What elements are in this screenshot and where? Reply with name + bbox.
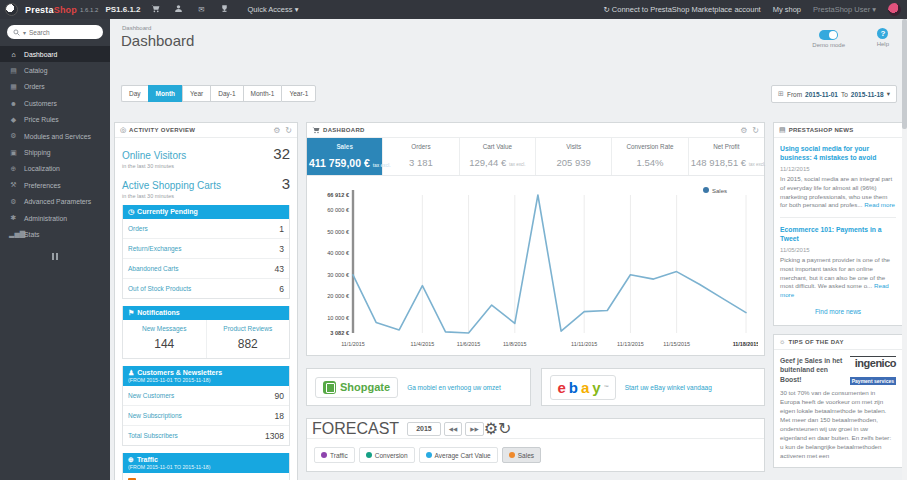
refresh-icon[interactable]: ↻ <box>752 126 759 135</box>
partner-banners: Shopgate Ga mobiel en verhoog uw omzet e… <box>306 368 765 406</box>
next-year-button[interactable]: ▶▶ <box>465 422 483 436</box>
user-avatar[interactable] <box>888 3 901 16</box>
find-more-news-link[interactable]: Find more news <box>780 300 896 321</box>
news-article: Using social media for your business: 4 … <box>780 144 896 210</box>
pending-abandoned-carts-link[interactable]: Abandoned Carts <box>128 265 179 272</box>
trophy-icon[interactable] <box>217 4 233 15</box>
total-subscribers-link[interactable]: Total Subscribers <box>128 432 178 439</box>
demo-mode-toggle[interactable] <box>819 30 838 40</box>
range-day-1-button[interactable]: Day-1 <box>210 85 242 102</box>
tips-of-the-day-panel: ☼ TIPS OF THE DAY ingenico Payment servi… <box>773 334 903 468</box>
svg-text:Sales: Sales <box>712 188 727 194</box>
ebay-banner[interactable]: ebay™ Start uw eBay winkel vandaag <box>541 368 766 406</box>
tab-conversion-rate[interactable]: Conversion Rate1.54% <box>612 138 688 175</box>
range-month-1-button[interactable]: Month-1 <box>243 85 282 102</box>
article-title-link[interactable]: Using social media for your business: 4 … <box>780 144 896 162</box>
forecast-panel-title: FORECAST <box>312 420 399 438</box>
date-range-picker[interactable]: ⊞ From2015-11-01 To2015-11-18 ▾ <box>771 85 897 103</box>
gear-icon[interactable]: ⚙ <box>740 126 747 135</box>
sidebar-item-preferences[interactable]: ⚒Preferences <box>0 177 110 193</box>
sidebar-item-customers[interactable]: ☻Customers <box>0 95 110 111</box>
help-icon[interactable]: ? <box>877 28 888 39</box>
notifications-title: Notifications <box>137 309 179 316</box>
refresh-icon[interactable]: ↻ <box>285 126 292 135</box>
new-subscriptions-link[interactable]: New Subscriptions <box>128 412 182 419</box>
new-customers-link[interactable]: New Customers <box>128 392 174 399</box>
sidebar-item-price-rules[interactable]: ◆Price Rules <box>0 112 110 128</box>
gear-icon[interactable]: ⚙ <box>273 126 280 135</box>
pending-returns-link[interactable]: Return/Exchanges <box>128 245 181 252</box>
gear-icon[interactable]: ⚙ <box>484 419 498 438</box>
legend-sales-button[interactable]: Sales <box>502 447 541 463</box>
pending-orders-link[interactable]: Orders <box>128 225 148 232</box>
my-shop-link[interactable]: My shop <box>773 5 801 14</box>
price-tag-icon: ◆ <box>9 116 18 124</box>
online-visitors-label[interactable]: Online Visitors <box>122 150 186 161</box>
previous-year-button[interactable]: ◀◀ <box>444 422 462 436</box>
sidebar-item-dashboard[interactable]: ⌂Dashboard <box>0 46 110 62</box>
tab-cart-value[interactable]: Cart Value129,44 € tax excl. <box>460 138 536 175</box>
new-messages-link[interactable]: New Messages <box>125 325 204 332</box>
chevron-down-icon: ▾ <box>872 5 876 14</box>
customer-icon[interactable] <box>171 4 187 15</box>
refresh-icon[interactable]: ↻ <box>498 419 511 438</box>
active-carts-label[interactable]: Active Shopping Carts <box>122 180 221 191</box>
marketplace-connect-link[interactable]: ↻ Connect to PrestaShop Marketplace acco… <box>603 5 760 14</box>
breadcrumb[interactable]: Dashboard <box>122 25 151 31</box>
range-year-1-button[interactable]: Year-1 <box>281 85 316 102</box>
article-title-link[interactable]: Ecommerce 101: Payments in a Tweet <box>780 225 896 243</box>
active-carts-sub: in the last 30 minutes <box>122 193 290 199</box>
tab-visits[interactable]: Visits205 939 <box>536 138 612 175</box>
sidebar-search[interactable]: ▾ <box>7 25 103 39</box>
legend-conversion-button[interactable]: Conversion <box>359 447 415 463</box>
stats-icon: ▂▅▇ <box>9 230 18 238</box>
tab-sales[interactable]: Sales411 759,00 € tax excl. <box>307 138 383 175</box>
active-carts-value: 3 <box>282 175 290 192</box>
sidebar-item-orders[interactable]: ▦Orders <box>0 79 110 95</box>
tab-orders[interactable]: Orders3 181 <box>383 138 459 175</box>
sidebar-item-administration[interactable]: ✱Administration <box>0 210 110 226</box>
shop-version: PS1.6.1.2 <box>105 5 140 14</box>
forecast-year-select[interactable]: 2015 <box>407 422 441 436</box>
svg-text:11/11/2015: 11/11/2015 <box>571 341 597 347</box>
sidebar-item-shipping[interactable]: ▣Shipping <box>0 144 110 160</box>
sidebar-item-modules[interactable]: ⚙Modules and Services <box>0 128 110 144</box>
scrollbar-thumb[interactable] <box>902 19 907 129</box>
top-bar: PrestaShop 1.6.1.2 PS1.6.1.2 ✉ Quick Acc… <box>0 0 907 19</box>
user-menu[interactable]: PrestaShop User ▾ <box>813 5 876 14</box>
legend-average-cart-value-button[interactable]: Average Cart Value <box>419 447 498 463</box>
prestashop-logo[interactable] <box>5 3 18 16</box>
version-small: 1.6.1.2 <box>80 7 98 13</box>
list-item: New Customers90 <box>123 386 289 406</box>
collapse-sidebar-icon[interactable] <box>51 253 59 260</box>
legend-traffic-button[interactable]: Traffic <box>314 447 355 463</box>
read-more-link[interactable]: Read more <box>864 201 895 208</box>
range-year-button[interactable]: Year <box>182 85 210 102</box>
ebay-link[interactable]: Start uw eBay winkel vandaag <box>625 384 712 391</box>
sidebar-item-catalog[interactable]: ▤Catalog <box>0 62 110 78</box>
sidebar-item-stats[interactable]: ▂▅▇Stats <box>0 226 110 242</box>
sidebar: ▾ ⌂Dashboard ▤Catalog ▦Orders ☻Customers… <box>0 19 110 480</box>
range-month-button[interactable]: Month <box>148 85 183 102</box>
list-item: Out of Stock Products6 <box>123 279 289 298</box>
activity-overview-panel: ◎ ACTIVITY OVERVIEW ⚙ ↻ Online Visitors3… <box>114 122 298 480</box>
tab-net-profit[interactable]: Net Profit148 918,51 € tax excl. <box>689 138 764 175</box>
product-reviews-link[interactable]: Product Reviews <box>209 325 288 332</box>
ingenico-logo: ingenico Payment services <box>850 356 896 387</box>
search-scope-caret-icon[interactable]: ▾ <box>23 29 26 36</box>
chevron-down-icon: ▾ <box>887 90 890 98</box>
shopgate-banner[interactable]: Shopgate Ga mobiel en verhoog uw omzet <box>306 368 531 406</box>
pending-out-of-stock-link[interactable]: Out of Stock Products <box>128 285 191 292</box>
sidebar-item-localization[interactable]: ⊕Localization <box>0 161 110 177</box>
cart-icon[interactable] <box>148 4 164 15</box>
scrollbar[interactable] <box>902 19 907 480</box>
list-item: Orders1 <box>123 219 289 239</box>
shipping-icon: ▣ <box>9 149 18 157</box>
quick-access-menu[interactable]: Quick Access ▾ <box>248 5 299 14</box>
range-day-button[interactable]: Day <box>121 85 148 102</box>
shopgate-link[interactable]: Ga mobiel en verhoog uw omzet <box>407 384 501 391</box>
sidebar-item-advanced-parameters[interactable]: ⚙Advanced Parameters <box>0 194 110 210</box>
svg-text:3 082 €: 3 082 € <box>330 330 350 336</box>
search-input[interactable] <box>29 29 89 36</box>
messages-icon[interactable]: ✉ <box>194 5 210 14</box>
